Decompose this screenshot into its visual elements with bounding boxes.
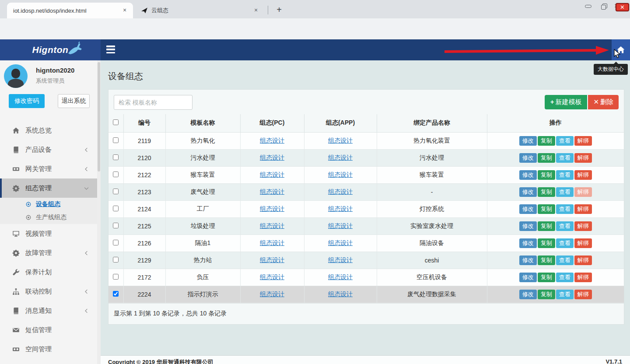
- action-view-button[interactable]: 查看: [556, 136, 574, 146]
- row-checkbox[interactable]: [113, 189, 119, 194]
- config-app-link[interactable]: 组态设计: [328, 239, 353, 246]
- action-unbind-button[interactable]: 解绑: [574, 204, 592, 214]
- action-unbind-button[interactable]: 解绑: [574, 136, 592, 146]
- action-edit-button[interactable]: 修改: [519, 136, 537, 146]
- action-copy-button[interactable]: 复制: [538, 136, 555, 146]
- action-view-button[interactable]: 查看: [556, 204, 574, 214]
- table-row: 2125垃圾处理组态设计组态设计实验室废水处理修改复制查看解绑: [108, 217, 624, 234]
- row-checkbox[interactable]: [113, 206, 119, 211]
- sidebar-subitem-production-line-config[interactable]: 生产线组态: [0, 211, 97, 224]
- action-unbind-button[interactable]: 解绑: [574, 256, 592, 265]
- config-app-link[interactable]: 组态设计: [328, 188, 353, 195]
- action-copy-button[interactable]: 复制: [538, 273, 555, 282]
- action-unbind-button[interactable]: 解绑: [574, 238, 592, 248]
- config-app-link[interactable]: 组态设计: [328, 154, 353, 161]
- action-copy-button[interactable]: 复制: [538, 256, 555, 265]
- row-checkbox[interactable]: [113, 223, 119, 228]
- row-checkbox[interactable]: [113, 274, 119, 280]
- action-unbind-button[interactable]: 解绑: [574, 290, 592, 299]
- scrollbar-thumb[interactable]: [98, 62, 100, 172]
- action-copy-button[interactable]: 复制: [538, 221, 555, 231]
- change-password-button[interactable]: 修改密码: [9, 94, 45, 108]
- sidebar-subitem-device-config[interactable]: 设备组态: [0, 198, 97, 211]
- action-view-button[interactable]: 查看: [556, 153, 574, 163]
- sidebar-item-gateway-management[interactable]: 网关管理: [0, 159, 97, 178]
- config-app-link[interactable]: 组态设计: [328, 137, 353, 144]
- new-template-button[interactable]: +新建模板: [545, 95, 588, 109]
- action-view-button[interactable]: 查看: [556, 290, 574, 299]
- config-pc-link[interactable]: 组态设计: [260, 290, 284, 298]
- action-unbind-button[interactable]: 解绑: [574, 221, 592, 231]
- config-pc-link[interactable]: 组态设计: [260, 222, 284, 229]
- search-input[interactable]: [114, 95, 192, 110]
- action-copy-button[interactable]: 复制: [538, 153, 555, 163]
- action-edit-button[interactable]: 修改: [519, 221, 537, 231]
- bigdata-home-button[interactable]: [612, 39, 630, 60]
- action-view-button[interactable]: 查看: [556, 170, 574, 180]
- sidebar-item-maintenance-plan[interactable]: 保养计划: [0, 262, 97, 282]
- sidebar-item-space-management[interactable]: 空间管理: [0, 340, 97, 359]
- action-unbind-button[interactable]: 解绑: [574, 170, 592, 180]
- action-edit-button[interactable]: 修改: [519, 153, 537, 163]
- sidebar-scrollbar[interactable]: [97, 60, 101, 364]
- config-pc-link[interactable]: 组态设计: [260, 239, 284, 246]
- sidebar-item-product-device[interactable]: 产品设备: [0, 140, 97, 159]
- action-view-button[interactable]: 查看: [556, 238, 574, 248]
- action-edit-button[interactable]: 修改: [519, 170, 537, 180]
- config-app-link[interactable]: 组态设计: [328, 273, 353, 280]
- select-all-checkbox[interactable]: [113, 119, 119, 125]
- logout-button[interactable]: 退出系统: [58, 94, 90, 108]
- row-checkbox[interactable]: [113, 154, 119, 160]
- action-edit-button[interactable]: 修改: [519, 238, 537, 248]
- sidebar-item-sms-management[interactable]: 短信管理: [0, 320, 97, 340]
- action-copy-button[interactable]: 复制: [538, 170, 555, 180]
- action-copy-button[interactable]: 复制: [538, 238, 555, 248]
- config-pc-link[interactable]: 组态设计: [260, 273, 284, 280]
- sidebar-item-system-overview[interactable]: 系统总览: [0, 121, 97, 140]
- action-view-button[interactable]: 查看: [556, 256, 574, 265]
- action-copy-button[interactable]: 复制: [538, 290, 555, 299]
- config-pc-link[interactable]: 组态设计: [260, 256, 284, 263]
- new-tab-button[interactable]: +: [273, 4, 285, 16]
- action-copy-button[interactable]: 复制: [538, 187, 555, 197]
- config-app-link[interactable]: 组态设计: [328, 171, 353, 178]
- config-app-link[interactable]: 组态设计: [328, 205, 353, 212]
- config-app-link[interactable]: 组态设计: [328, 222, 353, 229]
- config-pc-link[interactable]: 组态设计: [260, 205, 284, 212]
- action-copy-button[interactable]: 复制: [538, 204, 555, 214]
- sidebar-item-fault-management[interactable]: 故障管理: [0, 243, 97, 262]
- restore-button[interactable]: [596, 1, 612, 11]
- tab-close-icon[interactable]: ×: [121, 7, 129, 14]
- browser-tab-cloud-config[interactable]: 云组态 ×: [135, 3, 264, 18]
- sidebar-item-video-management[interactable]: 视频管理: [0, 224, 97, 243]
- action-edit-button[interactable]: 修改: [519, 204, 537, 214]
- action-unbind-button[interactable]: 解绑: [574, 153, 592, 163]
- config-app-link[interactable]: 组态设计: [328, 256, 353, 263]
- config-pc-link[interactable]: 组态设计: [260, 137, 284, 144]
- row-checkbox[interactable]: [113, 240, 119, 245]
- action-edit-button[interactable]: 修改: [519, 290, 537, 299]
- sidebar-item-linkage-control[interactable]: 联动控制: [0, 282, 97, 301]
- row-checkbox[interactable]: [113, 257, 119, 262]
- config-pc-link[interactable]: 组态设计: [260, 171, 284, 178]
- row-checkbox[interactable]: [113, 172, 119, 177]
- config-app-link[interactable]: 组态设计: [328, 290, 353, 298]
- action-view-button[interactable]: 查看: [556, 273, 574, 282]
- row-checkbox[interactable]: [113, 137, 119, 143]
- minimize-button[interactable]: [580, 1, 596, 11]
- action-unbind-button[interactable]: 解绑: [574, 273, 592, 282]
- delete-button[interactable]: ✕删除: [588, 95, 619, 109]
- action-edit-button[interactable]: 修改: [519, 256, 537, 265]
- action-edit-button[interactable]: 修改: [519, 187, 537, 197]
- browser-tab-current[interactable]: iot.idosp.net/idosp/index.html ×: [7, 3, 133, 18]
- action-view-button[interactable]: 查看: [556, 187, 574, 197]
- action-edit-button[interactable]: 修改: [519, 273, 537, 282]
- sidebar-item-message-notice[interactable]: 消息通知: [0, 301, 97, 320]
- config-pc-link[interactable]: 组态设计: [260, 154, 284, 161]
- sidebar-item-config-management[interactable]: 组态管理: [0, 178, 97, 198]
- action-view-button[interactable]: 查看: [556, 221, 574, 231]
- hamburger-menu-icon[interactable]: [106, 46, 115, 53]
- tab-close-icon[interactable]: ×: [252, 7, 260, 14]
- config-pc-link[interactable]: 组态设计: [260, 188, 284, 195]
- row-checkbox[interactable]: [113, 291, 119, 297]
